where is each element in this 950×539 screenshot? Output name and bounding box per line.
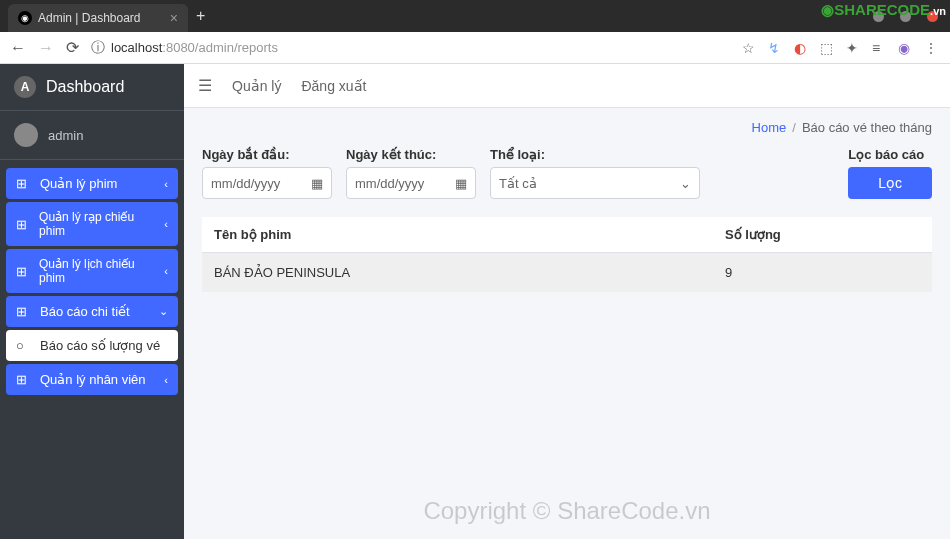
col-film-name: Tên bộ phim (202, 217, 713, 253)
ext3-icon[interactable]: ⬚ (820, 40, 836, 56)
brand[interactable]: A Dashboard (0, 64, 184, 111)
filter-button[interactable]: Lọc (848, 167, 932, 199)
browser-tab[interactable]: ◉ Admin | Dashboard × (8, 4, 188, 32)
sidebar-item-theaters[interactable]: ⊞ Quản lý rạp chiếu phim ‹ (6, 202, 178, 246)
dashboard-icon: ⊞ (16, 176, 32, 191)
extensions-icon[interactable]: ✦ (846, 40, 862, 56)
info-icon[interactable]: ⓘ (91, 39, 105, 57)
star-icon[interactable]: ☆ (742, 40, 758, 56)
chevron-down-icon: ⌄ (159, 305, 168, 318)
calendar-icon: ▦ (311, 176, 323, 191)
col-quantity: Số lượng (713, 217, 932, 253)
avatar (14, 123, 38, 147)
report-table: Tên bộ phim Số lượng BÁN ĐẢO PENINSULA 9 (202, 217, 932, 292)
watermark-footer: Copyright © ShareCode.vn (423, 497, 710, 525)
sidebar-item-label: Quản lý nhân viên (40, 372, 146, 387)
forward-button[interactable]: → (38, 39, 54, 57)
topbar: ☰ Quản lý Đăng xuất (184, 64, 950, 108)
sidebar-item-label: Báo cáo chi tiết (40, 304, 130, 319)
dashboard-icon: ⊞ (16, 264, 31, 279)
topnav-manage[interactable]: Quản lý (232, 78, 281, 94)
profile-icon[interactable]: ◉ (898, 40, 914, 56)
sidebar-item-ticket-report[interactable]: ○ Báo cáo số lượng vé (6, 330, 178, 361)
tab-title: Admin | Dashboard (38, 11, 141, 25)
breadcrumb: Home / Báo cáo vé theo tháng (734, 108, 950, 147)
chevron-left-icon: ‹ (164, 178, 168, 190)
nav-menu: ⊞ Quản lý phim ‹ ⊞ Quản lý rạp chiếu phi… (0, 160, 184, 406)
genre-select[interactable]: Tất cả ⌄ (490, 167, 700, 199)
calendar-icon: ▦ (455, 176, 467, 191)
end-date-input[interactable]: mm/dd/yyyy ▦ (346, 167, 476, 199)
sidebar-item-staff[interactable]: ⊞ Quản lý nhân viên ‹ (6, 364, 178, 395)
cell-film-name: BÁN ĐẢO PENINSULA (202, 253, 713, 293)
table-row: BÁN ĐẢO PENINSULA 9 (202, 253, 932, 293)
address-bar: ← → ⟳ ⓘ localhost:8080/admin/reports ☆ ↯… (0, 32, 950, 64)
filter-section-label: Lọc báo cáo (848, 147, 932, 162)
sidebar-item-label: Quản lý lịch chiếu phim (39, 257, 156, 285)
sidebar-item-schedules[interactable]: ⊞ Quản lý lịch chiếu phim ‹ (6, 249, 178, 293)
brand-text: Dashboard (46, 78, 124, 96)
dashboard-icon: ⊞ (16, 304, 32, 319)
user-panel[interactable]: admin (0, 111, 184, 160)
breadcrumb-separator: / (792, 120, 796, 135)
genre-label: Thể loại: (490, 147, 700, 162)
chevron-left-icon: ‹ (164, 265, 168, 277)
brand-logo-icon: A (14, 76, 36, 98)
new-tab-button[interactable]: + (196, 7, 205, 25)
favicon-icon: ◉ (18, 11, 32, 25)
start-date-label: Ngày bắt đầu: (202, 147, 332, 162)
ext1-icon[interactable]: ↯ (768, 40, 784, 56)
sidebar-item-films[interactable]: ⊞ Quản lý phim ‹ (6, 168, 178, 199)
cell-quantity: 9 (713, 253, 932, 293)
chevron-left-icon: ‹ (164, 374, 168, 386)
filter-bar: Ngày bắt đầu: mm/dd/yyyy ▦ Ngày kết thúc… (202, 147, 932, 199)
back-button[interactable]: ← (10, 39, 26, 57)
main-content: ☰ Quản lý Đăng xuất ShareCode.vn Home / … (184, 64, 950, 539)
dashboard-icon: ⊞ (16, 372, 32, 387)
reload-button[interactable]: ⟳ (66, 38, 79, 57)
url-field[interactable]: ⓘ localhost:8080/admin/reports (91, 39, 730, 57)
dashboard-icon: ⊞ (16, 217, 31, 232)
chevron-left-icon: ‹ (164, 218, 168, 230)
sidebar-item-detail-report[interactable]: ⊞ Báo cáo chi tiết ⌄ (6, 296, 178, 327)
ext4-icon[interactable]: ≡ (872, 40, 888, 56)
browser-tab-bar: ◉ Admin | Dashboard × + (0, 0, 950, 32)
close-icon[interactable]: × (170, 10, 178, 26)
start-date-input[interactable]: mm/dd/yyyy ▦ (202, 167, 332, 199)
breadcrumb-current: Báo cáo vé theo tháng (802, 120, 932, 135)
sidebar-item-label: Quản lý rạp chiếu phim (39, 210, 156, 238)
breadcrumb-home[interactable]: Home (752, 120, 787, 135)
ext2-icon[interactable]: ◐ (794, 40, 810, 56)
sharecode-logo: ◉SHARECODE.vn (821, 1, 946, 19)
chevron-down-icon: ⌄ (680, 176, 691, 191)
username: admin (48, 128, 83, 143)
end-date-label: Ngày kết thúc: (346, 147, 476, 162)
hamburger-icon[interactable]: ☰ (198, 76, 212, 95)
sidebar: A Dashboard admin ⊞ Quản lý phim ‹ ⊞ Quả… (0, 64, 184, 539)
circle-icon: ○ (16, 338, 32, 353)
sidebar-item-label: Quản lý phim (40, 176, 117, 191)
sidebar-item-label: Báo cáo số lượng vé (40, 338, 160, 353)
topnav-logout[interactable]: Đăng xuất (301, 78, 366, 94)
menu-icon[interactable]: ⋮ (924, 40, 940, 56)
